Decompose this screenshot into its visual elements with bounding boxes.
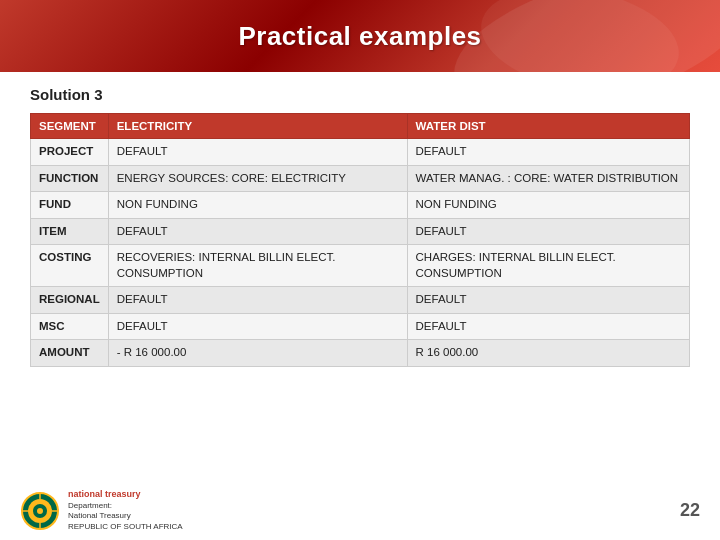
table-row: MSCDEFAULTDEFAULT	[31, 313, 690, 340]
table-row: REGIONALDEFAULTDEFAULT	[31, 287, 690, 314]
logo-emblem-icon	[20, 491, 60, 531]
page-title: Practical examples	[238, 21, 481, 52]
table-row: PROJECTDEFAULTDEFAULT	[31, 139, 690, 166]
cell-water-dist: DEFAULT	[407, 218, 689, 245]
cell-electricity: RECOVERIES: INTERNAL BILLIN ELECT. CONSU…	[108, 245, 407, 287]
cell-water-dist: R 16 000.00	[407, 340, 689, 367]
footer-logo: national treasury Department: National T…	[20, 489, 183, 532]
cell-segment: FUND	[31, 192, 109, 219]
table-row: FUNDNON FUNDINGNON FUNDING	[31, 192, 690, 219]
cell-electricity: DEFAULT	[108, 287, 407, 314]
solution-label: Solution 3	[30, 86, 690, 103]
dept-line2: National Treasury	[68, 511, 183, 521]
cell-electricity: DEFAULT	[108, 218, 407, 245]
footer: national treasury Department: National T…	[0, 489, 720, 532]
cell-segment: REGIONAL	[31, 287, 109, 314]
cell-electricity: DEFAULT	[108, 139, 407, 166]
cell-water-dist: DEFAULT	[407, 139, 689, 166]
cell-segment: PROJECT	[31, 139, 109, 166]
col-header-water-dist: WATER DIST	[407, 114, 689, 139]
page-number: 22	[680, 500, 700, 521]
cell-water-dist: CHARGES: INTERNAL BILLIN ELECT. CONSUMPT…	[407, 245, 689, 287]
cell-segment: AMOUNT	[31, 340, 109, 367]
org-name: national treasury	[68, 489, 183, 501]
header-banner: Practical examples	[0, 0, 720, 72]
cell-water-dist: DEFAULT	[407, 287, 689, 314]
table-row: ITEMDEFAULTDEFAULT	[31, 218, 690, 245]
cell-segment: ITEM	[31, 218, 109, 245]
cell-segment: MSC	[31, 313, 109, 340]
table-header-row: SEGMENT ELECTRICITY WATER DIST	[31, 114, 690, 139]
cell-water-dist: WATER MANAG. : CORE: WATER DISTRIBUTION	[407, 165, 689, 192]
svg-point-3	[37, 508, 43, 514]
cell-segment: COSTING	[31, 245, 109, 287]
main-content: Solution 3 SEGMENT ELECTRICITY WATER DIS…	[0, 72, 720, 377]
cell-electricity: NON FUNDING	[108, 192, 407, 219]
logo-text: national treasury Department: National T…	[68, 489, 183, 532]
dept-line1: Department:	[68, 501, 183, 511]
cell-segment: FUNCTION	[31, 165, 109, 192]
cell-water-dist: DEFAULT	[407, 313, 689, 340]
col-header-electricity: ELECTRICITY	[108, 114, 407, 139]
cell-electricity: - R 16 000.00	[108, 340, 407, 367]
table-row: COSTINGRECOVERIES: INTERNAL BILLIN ELECT…	[31, 245, 690, 287]
table-row: FUNCTIONENERGY SOURCES: CORE: ELECTRICIT…	[31, 165, 690, 192]
cell-electricity: DEFAULT	[108, 313, 407, 340]
cell-water-dist: NON FUNDING	[407, 192, 689, 219]
table-row: AMOUNT- R 16 000.00R 16 000.00	[31, 340, 690, 367]
cell-electricity: ENERGY SOURCES: CORE: ELECTRICITY	[108, 165, 407, 192]
data-table: SEGMENT ELECTRICITY WATER DIST PROJECTDE…	[30, 113, 690, 367]
col-header-segment: SEGMENT	[31, 114, 109, 139]
country-label: REPUBLIC OF SOUTH AFRICA	[68, 522, 183, 532]
